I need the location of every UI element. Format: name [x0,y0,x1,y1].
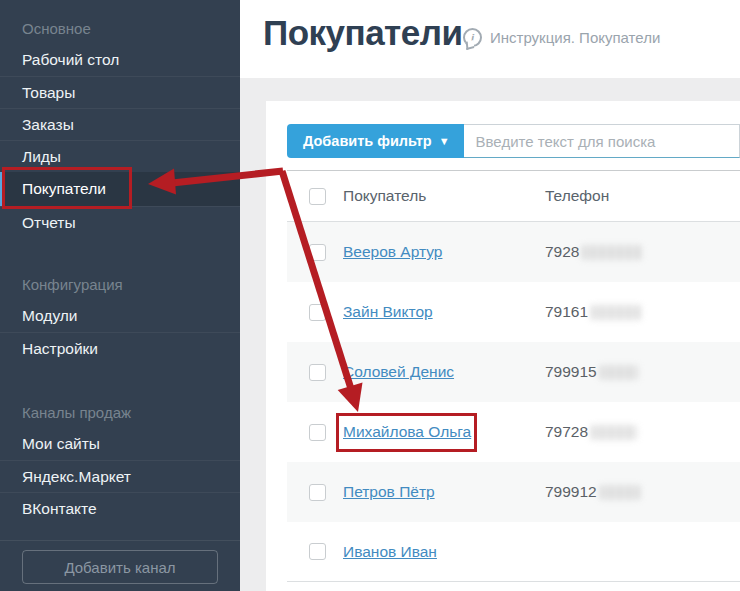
sidebar-section-sales-channels: Каналы продаж [0,398,240,428]
table-row: Иванов Иван [287,522,740,582]
checkbox-cell [287,484,343,501]
phone-visible-digits: 7928 [545,243,579,261]
customers-table: Покупатель Телефон Вееров Артур 7928 Зай… [287,170,740,582]
sidebar-item-reports[interactable]: Отчеты [0,206,240,238]
phone-visible-digits: 79728 [545,423,588,441]
sidebar-item-customers[interactable]: Покупатели [0,172,240,206]
customer-link[interactable]: Иванов Иван [343,543,437,560]
table-row: Петров Пётр 799912 [287,462,740,522]
sidebar-item-modules[interactable]: Модули [0,300,240,332]
add-filter-label: Добавить фильтр [303,133,432,149]
table-row: Вееров Артур 7928 [287,222,740,282]
phone-cell: 7928 [545,243,642,261]
phone-cell: 79728 [545,423,637,441]
phone-visible-digits: 799915 [545,363,597,381]
redacted-phone-blur [591,305,641,320]
sidebar-item-yandex-market[interactable]: Яндекс.Маркет [0,460,240,492]
sidebar-item-my-sites[interactable]: Мои сайты [0,428,240,460]
customer-link-mikhailova[interactable]: Михайлова Ольга [343,423,471,440]
checkbox-cell [287,424,343,441]
checkbox-cell [287,543,343,560]
sidebar-item-vkontakte[interactable]: ВКонтакте [0,492,240,524]
redacted-phone-blur [600,485,640,500]
checkbox-cell [287,244,343,261]
phone-cell: 799912 [545,483,640,501]
app-window: Основное Рабочий стол Товары Заказы Лиды… [0,0,740,591]
customer-name-cell: Иванов Иван [343,543,545,561]
chevron-down-icon: ▼ [439,136,450,147]
sidebar-spacer [0,364,240,398]
customer-name-cell: Вееров Артур [343,243,545,261]
select-all-checkbox[interactable] [309,188,326,205]
sidebar-item-leads[interactable]: Лиды [0,140,240,172]
redacted-phone-blur [600,365,638,380]
table-row: Соловей Денис 799915 [287,342,740,402]
phone-cell: 799915 [545,363,638,381]
phone-visible-digits: 79161 [545,303,588,321]
sidebar: Основное Рабочий стол Товары Заказы Лиды… [0,0,240,591]
table-row: Зайн Виктор 79161 [287,282,740,342]
instruction-link[interactable]: i Инструкция. Покупатели [463,28,660,47]
customer-link[interactable]: Вееров Артур [343,243,442,260]
sidebar-item-dashboard[interactable]: Рабочий стол [0,44,240,76]
customer-link[interactable]: Соловей Денис [343,363,454,380]
sidebar-divider [0,540,240,541]
checkbox-cell [287,304,343,321]
phone-visible-digits: 799912 [545,483,597,501]
sidebar-item-settings[interactable]: Настройки [0,332,240,364]
sidebar-section-configuration: Конфигурация [0,270,240,300]
redacted-phone-blur [591,425,637,440]
customers-card: Добавить фильтр ▼ Покупатель Телефон Вее… [266,101,740,591]
row-checkbox[interactable] [309,364,326,381]
table-header-row: Покупатель Телефон [287,170,740,222]
row-checkbox[interactable] [309,424,326,441]
table-row: Михайлова Ольга 79728 [287,402,740,462]
customer-link[interactable]: Зайн Виктор [343,303,433,320]
row-checkbox[interactable] [309,543,326,560]
page-title: Покупатели [263,13,462,53]
sidebar-spacer [0,238,240,270]
sidebar-item-products[interactable]: Товары [0,76,240,108]
sidebar-section-main: Основное [0,14,240,44]
page-header: Покупатели i Инструкция. Покупатели [240,0,740,78]
row-checkbox[interactable] [309,244,326,261]
instruction-link-label: Инструкция. Покупатели [490,29,660,46]
customer-name-cell: Соловей Денис [343,363,545,381]
row-checkbox[interactable] [309,304,326,321]
info-icon: i [463,28,482,47]
row-checkbox[interactable] [309,484,326,501]
checkbox-cell [287,364,343,381]
add-channel-button[interactable]: Добавить канал [22,550,218,584]
filter-bar: Добавить фильтр ▼ [287,124,740,158]
customer-name-cell: Зайн Виктор [343,303,545,321]
phone-cell: 79161 [545,303,641,321]
customer-link[interactable]: Петров Пётр [343,483,435,500]
customer-name-cell: Петров Пётр [343,483,545,501]
customer-name-cell: Михайлова Ольга [343,423,545,441]
sidebar-item-orders[interactable]: Заказы [0,108,240,140]
select-all-cell [287,188,343,205]
column-header-customer: Покупатель [343,187,545,205]
add-filter-button[interactable]: Добавить фильтр ▼ [287,124,464,158]
column-header-phone: Телефон [545,187,609,205]
redacted-phone-blur [582,245,642,260]
search-input[interactable] [464,124,740,158]
